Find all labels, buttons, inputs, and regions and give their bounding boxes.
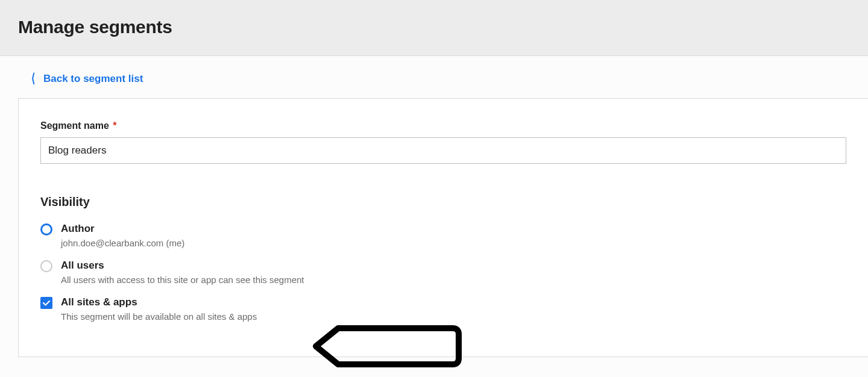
header-bar: Manage segments: [0, 0, 868, 56]
option-title: All users: [61, 259, 846, 272]
segment-name-input[interactable]: [40, 137, 846, 164]
visibility-option-all-sites[interactable]: All sites & apps This segment will be av…: [40, 296, 846, 323]
required-asterisk: *: [113, 120, 116, 131]
page-title: Manage segments: [18, 17, 850, 37]
option-desc: All users with access to this site or ap…: [61, 273, 846, 286]
segment-name-label: Segment name *: [40, 120, 846, 131]
back-link-label: Back to segment list: [43, 73, 143, 85]
radio-selected-icon[interactable]: [40, 223, 52, 235]
visibility-option-all-users[interactable]: All users All users with access to this …: [40, 259, 846, 286]
option-title: Author: [61, 222, 846, 235]
check-icon: [42, 299, 51, 307]
visibility-option-author[interactable]: Author john.doe@clearbank.com (me): [40, 222, 846, 249]
back-to-list-link[interactable]: ⟨ Back to segment list: [18, 73, 143, 85]
content-area: ⟨ Back to segment list Segment name * Vi…: [0, 56, 868, 357]
option-desc: This segment will be available on all si…: [61, 310, 846, 323]
option-title: All sites & apps: [61, 296, 846, 309]
chevron-left-icon: ⟨: [31, 73, 35, 86]
visibility-heading: Visibility: [40, 195, 846, 209]
option-desc: john.doe@clearbank.com (me): [61, 237, 846, 249]
radio-unselected-icon[interactable]: [40, 260, 52, 272]
checkbox-checked-icon[interactable]: [40, 297, 52, 309]
segment-form-panel: Segment name * Visibility Author john.do…: [18, 98, 868, 357]
